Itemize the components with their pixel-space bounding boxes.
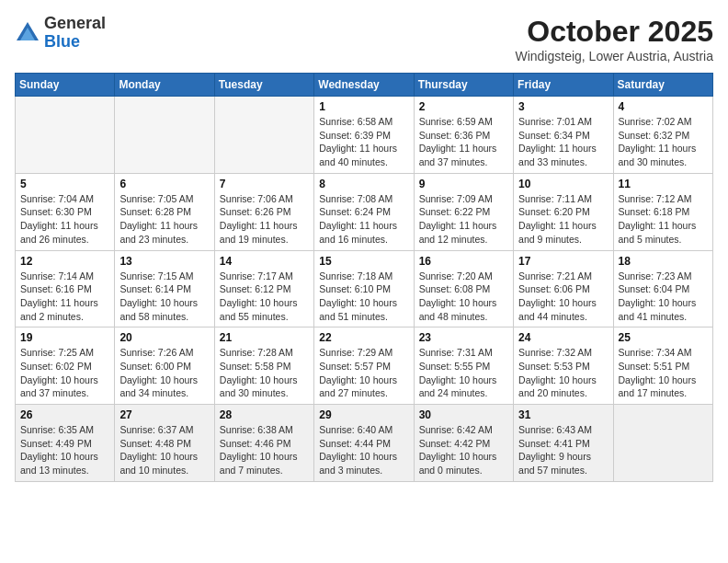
calendar-cell: 4Sunrise: 7:02 AM Sunset: 6:32 PM Daylig…	[613, 97, 712, 174]
day-number: 31	[518, 408, 608, 421]
calendar-cell	[16, 97, 115, 174]
day-number: 4	[619, 100, 708, 113]
calendar-cell: 31Sunrise: 6:43 AM Sunset: 4:41 PM Dayli…	[514, 405, 613, 482]
day-number: 29	[319, 408, 408, 421]
weekday-header-sunday: Sunday	[16, 74, 115, 97]
calendar-cell: 24Sunrise: 7:32 AM Sunset: 5:53 PM Dayli…	[514, 327, 613, 405]
calendar-cell: 6Sunrise: 7:05 AM Sunset: 6:28 PM Daylig…	[115, 173, 214, 250]
day-number: 8	[319, 178, 408, 190]
day-number: 14	[220, 255, 309, 268]
weekday-header-monday: Monday	[115, 74, 214, 97]
week-row-1: 5Sunrise: 7:04 AM Sunset: 6:30 PM Daylig…	[16, 173, 713, 250]
logo-general-text: General	[44, 15, 106, 33]
day-info: Sunrise: 7:11 AM Sunset: 6:20 PM Dayligh…	[518, 192, 608, 247]
day-number: 30	[419, 408, 508, 421]
month-title: October 2025	[515, 15, 713, 49]
day-info: Sunrise: 7:18 AM Sunset: 6:10 PM Dayligh…	[319, 270, 408, 324]
calendar-cell	[613, 405, 712, 482]
day-number: 6	[119, 178, 209, 190]
calendar-cell: 20Sunrise: 7:26 AM Sunset: 6:00 PM Dayli…	[115, 327, 214, 405]
day-info: Sunrise: 6:37 AM Sunset: 4:48 PM Dayligh…	[119, 423, 209, 477]
calendar-table: SundayMondayTuesdayWednesdayThursdayFrid…	[15, 73, 713, 482]
day-number: 27	[119, 408, 209, 421]
day-info: Sunrise: 7:06 AM Sunset: 6:26 PM Dayligh…	[220, 192, 309, 247]
calendar-cell: 22Sunrise: 7:29 AM Sunset: 5:57 PM Dayli…	[314, 327, 414, 405]
day-number: 17	[518, 255, 608, 268]
week-row-4: 26Sunrise: 6:35 AM Sunset: 4:49 PM Dayli…	[16, 405, 713, 482]
day-info: Sunrise: 7:29 AM Sunset: 5:57 PM Dayligh…	[319, 346, 408, 400]
day-info: Sunrise: 6:43 AM Sunset: 4:41 PM Dayligh…	[518, 423, 608, 477]
day-info: Sunrise: 7:05 AM Sunset: 6:28 PM Dayligh…	[119, 192, 209, 247]
weekday-header-tuesday: Tuesday	[214, 74, 313, 97]
calendar-cell: 11Sunrise: 7:12 AM Sunset: 6:18 PM Dayli…	[613, 173, 712, 250]
calendar-cell: 12Sunrise: 7:14 AM Sunset: 6:16 PM Dayli…	[16, 250, 115, 327]
calendar-cell: 27Sunrise: 6:37 AM Sunset: 4:48 PM Dayli…	[115, 405, 214, 482]
calendar-cell: 13Sunrise: 7:15 AM Sunset: 6:14 PM Dayli…	[115, 250, 214, 327]
day-number: 24	[518, 331, 608, 344]
calendar-cell: 30Sunrise: 6:42 AM Sunset: 4:42 PM Dayli…	[414, 405, 513, 482]
calendar-cell: 8Sunrise: 7:08 AM Sunset: 6:24 PM Daylig…	[314, 173, 414, 250]
title-section: October 2025 Windigsteig, Lower Austria,…	[515, 15, 713, 63]
day-info: Sunrise: 7:01 AM Sunset: 6:34 PM Dayligh…	[518, 115, 608, 169]
day-info: Sunrise: 6:59 AM Sunset: 6:36 PM Dayligh…	[419, 115, 508, 169]
calendar-cell: 5Sunrise: 7:04 AM Sunset: 6:30 PM Daylig…	[16, 173, 115, 250]
day-number: 16	[419, 255, 508, 268]
calendar-cell: 19Sunrise: 7:25 AM Sunset: 6:02 PM Dayli…	[16, 327, 115, 405]
logo-blue-text: Blue	[44, 33, 106, 52]
day-info: Sunrise: 6:58 AM Sunset: 6:39 PM Dayligh…	[319, 115, 408, 169]
week-row-0: 1Sunrise: 6:58 AM Sunset: 6:39 PM Daylig…	[16, 97, 713, 174]
day-number: 26	[20, 408, 109, 421]
calendar-cell	[214, 97, 313, 174]
day-info: Sunrise: 7:32 AM Sunset: 5:53 PM Dayligh…	[518, 346, 608, 400]
day-info: Sunrise: 7:23 AM Sunset: 6:04 PM Dayligh…	[619, 270, 708, 324]
day-info: Sunrise: 7:20 AM Sunset: 6:08 PM Dayligh…	[419, 270, 508, 324]
day-info: Sunrise: 6:42 AM Sunset: 4:42 PM Dayligh…	[419, 423, 508, 477]
calendar-cell: 25Sunrise: 7:34 AM Sunset: 5:51 PM Dayli…	[613, 327, 712, 405]
day-number: 20	[119, 331, 209, 344]
calendar-cell: 17Sunrise: 7:21 AM Sunset: 6:06 PM Dayli…	[514, 250, 613, 327]
weekday-header-saturday: Saturday	[613, 74, 712, 97]
calendar-cell: 26Sunrise: 6:35 AM Sunset: 4:49 PM Dayli…	[16, 405, 115, 482]
day-number: 9	[419, 178, 508, 190]
day-number: 19	[20, 331, 109, 344]
day-number: 12	[20, 255, 109, 268]
calendar-cell: 9Sunrise: 7:09 AM Sunset: 6:22 PM Daylig…	[414, 173, 513, 250]
weekday-header-wednesday: Wednesday	[314, 74, 414, 97]
calendar-cell: 16Sunrise: 7:20 AM Sunset: 6:08 PM Dayli…	[414, 250, 513, 327]
day-info: Sunrise: 7:15 AM Sunset: 6:14 PM Dayligh…	[119, 270, 209, 324]
day-info: Sunrise: 7:34 AM Sunset: 5:51 PM Dayligh…	[619, 346, 708, 400]
day-info: Sunrise: 7:26 AM Sunset: 6:00 PM Dayligh…	[119, 346, 209, 400]
day-info: Sunrise: 7:09 AM Sunset: 6:22 PM Dayligh…	[419, 192, 508, 247]
calendar-cell: 2Sunrise: 6:59 AM Sunset: 6:36 PM Daylig…	[414, 97, 513, 174]
day-number: 5	[20, 178, 109, 190]
day-info: Sunrise: 7:21 AM Sunset: 6:06 PM Dayligh…	[518, 270, 608, 324]
location-title: Windigsteig, Lower Austria, Austria	[515, 49, 713, 63]
day-number: 15	[319, 255, 408, 268]
weekday-header-thursday: Thursday	[414, 74, 513, 97]
day-number: 1	[319, 100, 408, 113]
calendar-cell: 29Sunrise: 6:40 AM Sunset: 4:44 PM Dayli…	[314, 405, 414, 482]
day-number: 23	[419, 331, 508, 344]
calendar-cell: 10Sunrise: 7:11 AM Sunset: 6:20 PM Dayli…	[514, 173, 613, 250]
day-number: 3	[518, 100, 608, 113]
day-number: 13	[119, 255, 209, 268]
day-info: Sunrise: 7:28 AM Sunset: 5:58 PM Dayligh…	[220, 346, 309, 400]
day-info: Sunrise: 7:25 AM Sunset: 6:02 PM Dayligh…	[20, 346, 109, 400]
calendar-cell: 14Sunrise: 7:17 AM Sunset: 6:12 PM Dayli…	[214, 250, 313, 327]
calendar-cell: 28Sunrise: 6:38 AM Sunset: 4:46 PM Dayli…	[214, 405, 313, 482]
logo: General Blue	[15, 15, 106, 52]
day-number: 7	[220, 178, 309, 190]
day-number: 25	[619, 331, 708, 344]
day-number: 2	[419, 100, 508, 113]
day-number: 10	[518, 178, 608, 190]
day-info: Sunrise: 7:02 AM Sunset: 6:32 PM Dayligh…	[619, 115, 708, 169]
weekday-header-friday: Friday	[514, 74, 613, 97]
calendar-cell: 1Sunrise: 6:58 AM Sunset: 6:39 PM Daylig…	[314, 97, 414, 174]
day-number: 18	[619, 255, 708, 268]
day-info: Sunrise: 7:08 AM Sunset: 6:24 PM Dayligh…	[319, 192, 408, 247]
page-header: General Blue October 2025 Windigsteig, L…	[15, 15, 713, 63]
calendar-cell: 3Sunrise: 7:01 AM Sunset: 6:34 PM Daylig…	[514, 97, 613, 174]
day-number: 11	[619, 178, 708, 190]
weekday-header-row: SundayMondayTuesdayWednesdayThursdayFrid…	[16, 74, 713, 97]
day-info: Sunrise: 7:31 AM Sunset: 5:55 PM Dayligh…	[419, 346, 508, 400]
